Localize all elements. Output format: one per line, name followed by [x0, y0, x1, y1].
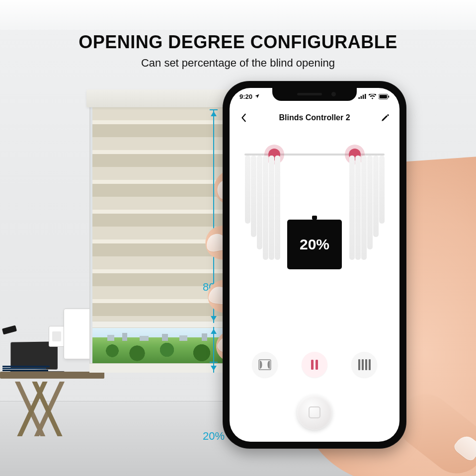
product-scene: OPENING DEGREE CONFIGURABLE Can set perc…: [0, 0, 476, 476]
phone-screen: 9:20: [230, 88, 399, 442]
curtain-close-icon: [358, 359, 371, 370]
curtain-left: [244, 156, 282, 260]
open-percent-value: 20%: [300, 236, 329, 253]
chevron-left-icon: [241, 113, 247, 122]
headline-text: OPENING DEGREE CONFIGURABLE: [0, 32, 476, 53]
desk-top: [0, 372, 104, 379]
svg-rect-3: [365, 94, 366, 99]
svg-rect-8: [311, 360, 314, 370]
home-button[interactable]: [297, 395, 332, 430]
svg-rect-0: [359, 97, 360, 99]
svg-rect-6: [388, 95, 389, 97]
room-ceiling: [0, 0, 476, 30]
phone-mockup: 9:20: [223, 81, 406, 449]
dimension-upper-label: 80%: [203, 281, 225, 294]
book-stack: [2, 366, 50, 372]
pencil-icon: [381, 113, 390, 122]
pause-icon: [310, 359, 319, 370]
phone-notch: [272, 88, 357, 101]
location-arrow-icon: [254, 93, 260, 100]
status-time: 9:20: [239, 93, 252, 100]
svg-rect-9: [316, 360, 318, 370]
battery-icon: [379, 94, 390, 99]
dimension-lower: [213, 327, 214, 373]
svg-rect-5: [380, 95, 387, 98]
screen-title: Blinds Controller 2: [279, 113, 350, 122]
marketing-copy: OPENING DEGREE CONFIGURABLE Can set perc…: [0, 32, 476, 70]
curtain-right: [347, 156, 385, 260]
dimension-overlay: [213, 109, 214, 363]
wall-outlet: [49, 326, 65, 347]
svg-rect-1: [361, 96, 362, 99]
edit-button[interactable]: [379, 111, 392, 124]
svg-rect-2: [363, 95, 364, 99]
close-button[interactable]: [351, 352, 377, 378]
back-button[interactable]: [238, 111, 250, 124]
open-button[interactable]: [252, 352, 278, 378]
control-row: [230, 347, 399, 382]
subhead-text: Can set percentage of the blind opening: [0, 57, 476, 70]
cell-signal-icon: [358, 94, 366, 99]
wifi-icon: [369, 94, 376, 99]
app-header: Blinds Controller 2: [230, 108, 399, 128]
curtain-open-icon: [258, 359, 271, 370]
pause-button[interactable]: [302, 352, 327, 378]
open-percent-badge[interactable]: 20%: [287, 220, 342, 269]
dimension-lower-label: 20%: [203, 430, 225, 443]
curtain-visualization: 20%: [239, 143, 390, 267]
